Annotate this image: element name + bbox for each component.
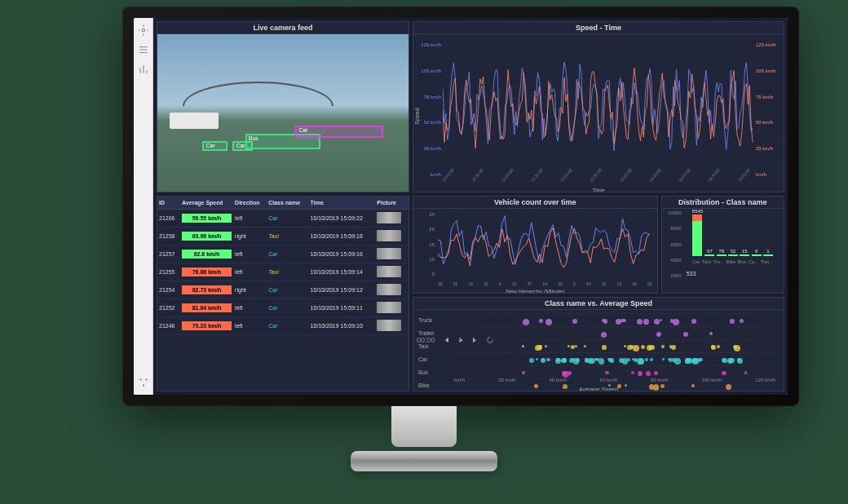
table-row[interactable]: 2125863.96 km/hrightTaxi10/10/2019 15:09… — [157, 228, 409, 245]
speed-time-title: Speed - Time — [413, 22, 784, 34]
nodes-icon[interactable] — [138, 377, 149, 388]
scatter-row: Truck — [454, 313, 777, 326]
dist-bar[interactable] — [704, 254, 714, 256]
table-header[interactable]: Time — [309, 197, 376, 210]
detection-box: Car — [202, 141, 227, 151]
dist-bar[interactable] — [692, 214, 702, 256]
dist-title: Distribution - Class name — [662, 197, 784, 209]
table-row[interactable]: 2125762.8 km/hleftCar10/10/2019 15:09:16 — [157, 245, 409, 263]
speed-yticks-left: 129 km/h103 km/h78 km/h52 km/h26 km/hkm/… — [415, 42, 441, 177]
speed-time-panel: Speed - Time Speed 129 km/h103 km/h78 km… — [413, 21, 784, 192]
scatter-row: Bus — [454, 365, 777, 378]
dist-bar[interactable] — [717, 254, 727, 256]
left-sidebar — [134, 18, 153, 395]
table-row[interactable]: 2125576.08 km/hleftTaxi10/10/2019 15:09:… — [157, 263, 409, 281]
vehicle-thumbnail — [377, 302, 401, 313]
vc-xlabel: New hierarchy (Minute) — [506, 289, 564, 293]
table-header[interactable]: Direction — [233, 197, 267, 210]
vehicle-count-panel: Vehicle count over time 302015105 385512… — [413, 196, 658, 294]
dist-bar[interactable] — [740, 254, 749, 256]
gear-icon[interactable] — [138, 24, 149, 36]
skip-back-icon[interactable] — [442, 336, 450, 344]
table-header[interactable]: Picture — [375, 197, 409, 210]
dist-labels: CarTaxiTru...BikeBusCo...Trai... — [685, 259, 780, 264]
vehicle-thumbnail — [377, 248, 401, 259]
dist-bars: 85459778521591 — [685, 210, 780, 259]
table-header[interactable]: ID — [157, 197, 180, 210]
monitor-stand — [351, 406, 497, 471]
vc-yticks: 302015105 — [415, 212, 435, 276]
camera-feed[interactable]: BusCarCarCar — [157, 34, 409, 192]
speed-chart-area — [443, 42, 754, 175]
table-header[interactable]: Class name — [267, 197, 308, 210]
list-icon[interactable] — [138, 44, 149, 55]
detection-box: Car — [295, 126, 383, 138]
scatter-row: Car — [454, 352, 777, 365]
table-row[interactable]: 2125281.84 km/hleftCar10/10/2019 15:09:1… — [157, 299, 409, 317]
speed-xlabel: Time — [592, 188, 604, 192]
scatter-row: Taxi — [454, 339, 777, 352]
vehicle-thumbnail — [377, 212, 401, 223]
svg-point-2 — [145, 378, 147, 380]
scatter-row: Trailer — [454, 326, 777, 339]
chart-icon[interactable] — [138, 64, 149, 75]
scatter-xlabel: Average Speed — [579, 387, 618, 391]
svg-point-1 — [139, 378, 141, 380]
vc-xticks: 3855122941037143064319133653 — [438, 281, 652, 286]
table-row[interactable]: 2126659.55 km/hleftCar10/10/2019 15:09:2… — [157, 210, 409, 228]
distribution-panel: Distribution - Class name 10000800060004… — [661, 196, 784, 294]
camera-title: Live camera feed — [157, 22, 409, 34]
screen: Live camera feed BusCarCarCar Speed - Ti… — [134, 18, 788, 395]
vehicle-thumbnail — [377, 284, 401, 295]
vehicle-thumbnail — [377, 266, 401, 277]
vc-title: Vehicle count over time — [413, 197, 657, 209]
speed-xticks: 10:01:0010:31:0011:01:0011:31:0012:01:00… — [443, 179, 754, 183]
table-row[interactable]: 2125482.73 km/hrightCar10/10/2019 15:09:… — [157, 281, 409, 299]
dist-bar[interactable] — [728, 254, 738, 256]
speed-yticks-right: 125 km/h100 km/h75 km/h50 km/h25 km/hkm/… — [756, 42, 782, 177]
dashboard: Live camera feed BusCarCarCar Speed - Ti… — [153, 18, 788, 395]
table-header[interactable]: Average Speed — [180, 197, 233, 210]
svg-point-3 — [142, 384, 144, 386]
vc-chart-area — [438, 212, 652, 276]
svg-point-0 — [142, 29, 145, 32]
table-row[interactable]: 2124675.23 km/hleftCar10/10/2019 15:09:1… — [157, 317, 409, 335]
data-table-panel: IDAverage SpeedDirectionClass nameTimePi… — [157, 196, 409, 391]
scatter-panel: Class name vs. Average Speed 00:00 Truck… — [413, 297, 784, 391]
dist-bar[interactable] — [763, 254, 773, 256]
camera-panel: Live camera feed BusCarCarCar — [157, 21, 409, 192]
detection-box: Car — [232, 141, 253, 151]
vehicle-thumbnail — [377, 320, 401, 331]
vehicle-table: IDAverage SpeedDirectionClass nameTimePi… — [157, 197, 409, 335]
monitor-bezel: Live camera feed BusCarCarCar Speed - Ti… — [122, 7, 799, 406]
vehicle-thumbnail — [377, 230, 401, 241]
scatter-title: Class name vs. Average Speed — [413, 298, 784, 310]
dist-yticks: 100008000600040002000 — [664, 210, 682, 278]
dist-bar[interactable] — [752, 254, 762, 256]
scatter-xticks: km/h20 km/h40 km/h60 km/h80 km/h100 km/h… — [454, 378, 775, 382]
